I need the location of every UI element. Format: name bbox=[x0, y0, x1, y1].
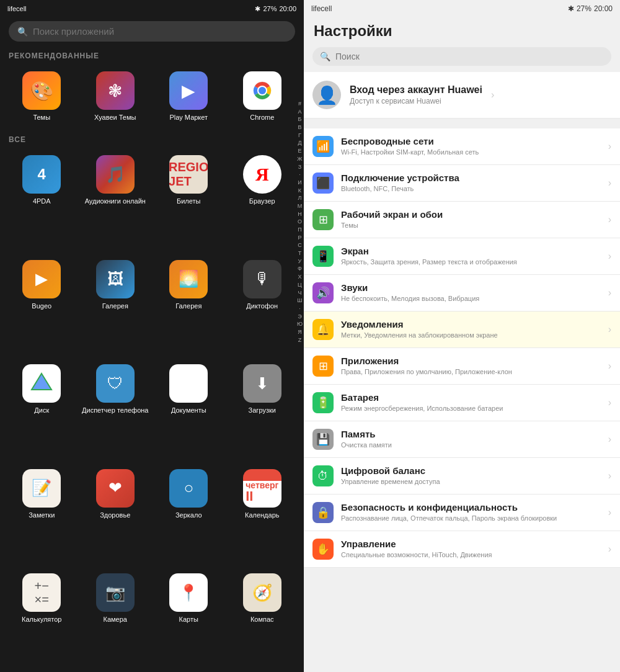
settings-search-input[interactable] bbox=[335, 52, 604, 61]
homescreen-icon: ⊞ bbox=[312, 209, 334, 230]
alpha-d[interactable]: Д bbox=[298, 140, 301, 147]
control-title: Управление bbox=[341, 539, 601, 549]
settings-account-item[interactable]: 👤 Вход через аккаунт Huawei Доступ к сер… bbox=[304, 72, 620, 119]
settings-apps[interactable]: ⊞ Приложения Права, Приложения по умолча… bbox=[304, 348, 620, 385]
alpha-t[interactable]: Т bbox=[298, 250, 302, 258]
alpha-i[interactable]: И bbox=[298, 179, 301, 187]
alpha-sh[interactable]: Ш bbox=[297, 297, 302, 305]
alpha-o[interactable]: О bbox=[298, 218, 302, 226]
alpha-z[interactable]: З bbox=[298, 164, 301, 171]
app-health[interactable]: ❤ Здоровье bbox=[79, 463, 153, 568]
alpha-e2[interactable]: Э bbox=[298, 313, 301, 321]
app-calendar[interactable]: четвергII Календарь bbox=[226, 463, 299, 568]
settings-title: Настройки bbox=[304, 17, 620, 45]
alpha-ts[interactable]: Ц bbox=[298, 282, 302, 289]
alpha-e[interactable]: Е bbox=[298, 148, 301, 155]
app-chrome[interactable]: Chrome bbox=[226, 65, 299, 128]
app-bilety[interactable]: REGIOJET Билеты bbox=[152, 149, 226, 254]
settings-memory[interactable]: 💾 Память Очистка памяти › bbox=[304, 421, 620, 458]
alpha-g[interactable]: Г bbox=[298, 132, 301, 140]
settings-security[interactable]: 🔒 Безопасность и конфиденциальность Расп… bbox=[304, 495, 620, 531]
alpha-s[interactable]: С bbox=[298, 242, 302, 249]
alpha-yu[interactable]: Ю bbox=[297, 321, 303, 328]
settings-control[interactable]: ✋ Управление Специальные возможности, Hi… bbox=[304, 531, 620, 568]
app-audiobooks[interactable]: 🎵 Аудиокниги онлайн bbox=[79, 149, 153, 254]
app-disk[interactable]: Диск bbox=[5, 358, 79, 463]
app-gallery2[interactable]: 🌅 Галерея bbox=[152, 254, 226, 359]
calendar-icon: четвергII bbox=[243, 469, 281, 508]
battery-sub: Режим энергосбережения, Использование ба… bbox=[341, 404, 601, 413]
alpha-f[interactable]: Ф bbox=[298, 266, 302, 273]
app-4pda[interactable]: 4 4PDA bbox=[5, 149, 79, 254]
app-dispatcher[interactable]: 🛡 Диспетчер телефона bbox=[79, 358, 153, 463]
settings-display[interactable]: 📱 Экран Яркость, Защита зрения, Размер т… bbox=[304, 238, 620, 275]
left-time: 20:00 bbox=[279, 5, 296, 12]
notes-icon: 📝 bbox=[22, 469, 61, 508]
4pda-icon: 4 bbox=[22, 155, 61, 194]
app-search-input[interactable] bbox=[33, 26, 286, 37]
settings-digital[interactable]: ⏱ Цифровой баланс Управление временем до… bbox=[304, 458, 620, 495]
app-downloads[interactable]: ⬇ Загрузки bbox=[226, 358, 299, 463]
account-avatar: 👤 bbox=[312, 81, 341, 109]
wireless-title: Беспроводные сети bbox=[341, 136, 601, 146]
alpha-l[interactable]: Л bbox=[298, 195, 302, 202]
alpha-b[interactable]: Б bbox=[298, 116, 302, 123]
alpha-r[interactable]: Р bbox=[298, 235, 301, 242]
app-search-bar[interactable]: 🔍 bbox=[9, 21, 295, 42]
settings-sounds[interactable]: 🔊 Звуки Не беспокоить, Мелодия вызова, В… bbox=[304, 275, 620, 311]
settings-battery[interactable]: 🔋 Батарея Режим энергосбережения, Исполь… bbox=[304, 385, 620, 421]
alpha-hash[interactable]: # bbox=[298, 101, 301, 108]
app-docs[interactable]: ☰ Документы bbox=[152, 358, 226, 463]
app-notes[interactable]: 📝 Заметки bbox=[5, 463, 79, 568]
app-brauser[interactable]: Я Браузер bbox=[226, 149, 299, 254]
apps-sub: Права, Приложения по умолчанию, Приложен… bbox=[341, 367, 601, 376]
left-carrier: lifecell bbox=[7, 5, 27, 12]
alpha-n[interactable]: Н bbox=[298, 211, 302, 218]
app-video[interactable]: ▶ Bugeo bbox=[5, 254, 79, 359]
alpha-zh[interactable]: Ж bbox=[297, 156, 302, 163]
control-text: Управление Специальные возможности, HiTo… bbox=[341, 539, 601, 559]
control-sub: Специальные возможности, HiTouch, Движен… bbox=[341, 550, 601, 559]
bilety-icon: REGIOJET bbox=[169, 155, 208, 194]
alpha-ch[interactable]: Ч bbox=[298, 290, 301, 297]
display-chevron: › bbox=[608, 251, 611, 262]
control-chevron: › bbox=[608, 544, 611, 555]
memory-sub: Очистка памяти bbox=[341, 441, 601, 449]
settings-homescreen[interactable]: ⊞ Рабочий экран и обои Темы › bbox=[304, 202, 620, 238]
memory-title: Память bbox=[341, 429, 601, 439]
search-icon: 🔍 bbox=[17, 27, 28, 37]
connection-text: Подключение устройства Bluetooth, NFC, П… bbox=[341, 172, 601, 193]
account-title: Вход через аккаунт Huawei bbox=[350, 84, 482, 96]
settings-connection[interactable]: ⬛ Подключение устройства Bluetooth, NFC,… bbox=[304, 165, 620, 202]
app-dictophone[interactable]: 🎙 Диктофон bbox=[226, 254, 299, 359]
app-gallery1[interactable]: 🖼 Галерея bbox=[79, 254, 153, 359]
alpha-a[interactable]: А bbox=[298, 109, 301, 116]
app-maps[interactable]: 📍 Карты bbox=[152, 567, 226, 672]
alpha-m[interactable]: М bbox=[298, 203, 303, 210]
alpha-u[interactable]: У bbox=[298, 258, 302, 266]
alpha-z-lat[interactable]: Z bbox=[298, 337, 302, 344]
alpha-k[interactable]: К bbox=[298, 187, 301, 195]
gallery2-label: Галерея bbox=[175, 302, 202, 310]
settings-notifications[interactable]: 🔔 Уведомления Метки, Уведомления на забл… bbox=[304, 311, 620, 348]
app-compass[interactable]: 🧭 Компас bbox=[226, 567, 299, 672]
app-themes[interactable]: 🎨 Темы bbox=[5, 65, 79, 128]
apps-title: Приложения bbox=[341, 356, 601, 366]
settings-search-bar[interactable]: 🔍 bbox=[312, 47, 611, 66]
brauser-icon: Я bbox=[243, 155, 281, 194]
app-camera[interactable]: 📷 Камера bbox=[79, 567, 153, 672]
alpha-ya[interactable]: Я bbox=[298, 329, 302, 336]
brauser-label: Браузер bbox=[249, 197, 275, 205]
4pda-label: 4PDA bbox=[33, 197, 51, 205]
app-huawei-themes[interactable]: ❃ Хуавеи Темы bbox=[79, 65, 153, 128]
audiobooks-icon: 🎵 bbox=[96, 155, 135, 194]
app-play[interactable]: ▶ Play Маркет bbox=[152, 65, 226, 128]
alpha-kh[interactable]: Х bbox=[298, 274, 301, 281]
notifications-sub: Метки, Уведомления на заблокированном эк… bbox=[341, 331, 601, 339]
alpha-p[interactable]: П bbox=[298, 226, 301, 234]
settings-wireless[interactable]: 📶 Беспроводные сети Wi-Fi, Настройки SIM… bbox=[304, 128, 620, 165]
app-mirror[interactable]: ○ Зеркало bbox=[152, 463, 226, 568]
compass-icon: 🧭 bbox=[243, 573, 281, 612]
alpha-v[interactable]: В bbox=[298, 124, 301, 132]
app-calc[interactable]: +−×= Калькулятор bbox=[5, 567, 79, 672]
